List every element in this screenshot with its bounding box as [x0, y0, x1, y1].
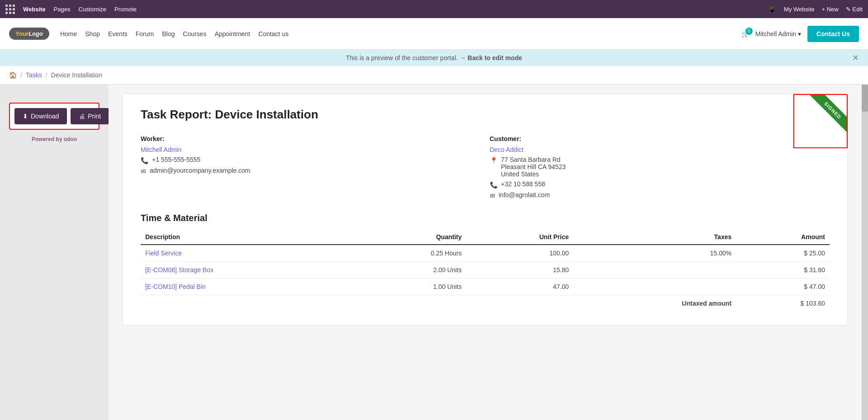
email-icon: ✉ — [141, 168, 146, 175]
left-sidebar: ⬇ Download 🖨 Print Powered by odoo — [0, 85, 109, 420]
nav-shop[interactable]: Shop — [85, 30, 100, 38]
admin-pages-link[interactable]: Pages — [54, 6, 71, 13]
worker-section: Worker: Mitchell Admin 📞 +1 555-555-5555… — [141, 135, 481, 199]
cart-badge: 0 — [745, 28, 753, 35]
worker-email: admin@yourcompany.example.com — [150, 167, 251, 174]
table-row: [E-COM08] Storage Box 2.00 Units 15.80 $… — [141, 262, 830, 278]
cell-quantity: 2.00 Units — [355, 262, 466, 278]
print-label: Print — [88, 113, 101, 120]
admin-name: Mitchell Admin — [755, 30, 796, 38]
breadcrumb-sep2: / — [46, 71, 47, 79]
nav-appointment[interactable]: Appointment — [214, 30, 250, 38]
close-icon[interactable]: ✕ — [852, 53, 859, 63]
customer-name[interactable]: Deco Addict — [490, 146, 524, 153]
right-scrollbar[interactable] — [862, 85, 868, 420]
nav-forum[interactable]: Forum — [136, 30, 154, 38]
download-icon: ⬇ — [23, 113, 28, 120]
breadcrumb-sep1: / — [20, 71, 22, 79]
worker-name[interactable]: Mitchell Admin — [141, 146, 181, 153]
my-website-label[interactable]: My Website — [784, 6, 815, 13]
nav-blog[interactable]: Blog — [162, 30, 175, 38]
header-taxes: Taxes — [574, 230, 736, 245]
customer-section: Customer: Deco Addict 📍 77 Santa Barbara… — [490, 135, 830, 199]
customer-address3: United States — [501, 170, 566, 178]
cell-taxes — [574, 278, 736, 295]
scroll-thumb[interactable] — [862, 85, 868, 112]
cell-description: [E-COM08] Storage Box — [141, 262, 355, 278]
cell-unit-price: 100.00 — [466, 245, 574, 262]
nav-links: Home Shop Events Forum Blog Courses Appo… — [60, 30, 730, 38]
cell-quantity: 0.25 Hours — [355, 245, 466, 262]
breadcrumb-home[interactable]: 🏠 — [9, 71, 17, 79]
untaxed-amount: $ 103.60 — [736, 295, 830, 312]
customer-phone-row: 📞 +32 10 588 558 — [490, 180, 830, 189]
cart-icon[interactable]: 🛒 0 — [741, 30, 749, 38]
report-table: Description Quantity Unit Price Taxes Am… — [141, 230, 830, 311]
device-icon[interactable]: 📱 — [768, 5, 777, 14]
worker-phone-row: 📞 +1 555-555-5555 — [141, 156, 481, 164]
download-label: Download — [31, 113, 59, 120]
admin-customize-link[interactable]: Customize — [78, 6, 106, 13]
cell-amount: $ 25.00 — [736, 245, 830, 262]
powered-by-text: Powered by — [32, 136, 62, 142]
header-unit-price: Unit Price — [466, 230, 574, 245]
cell-description: Field Service — [141, 245, 355, 262]
nav-events[interactable]: Events — [108, 30, 128, 38]
section-title: Time & Material — [141, 213, 830, 223]
admin-dropdown[interactable]: Mitchell Admin ▾ — [755, 30, 801, 38]
customer-address-row: 📍 77 Santa Barbara Rd Pleasant Hill CA 9… — [490, 156, 830, 178]
chevron-down-icon: ▾ — [798, 30, 801, 38]
customer-address1: 77 Santa Barbara Rd — [501, 156, 566, 163]
breadcrumb: 🏠 / Tasks / Device Installation — [9, 71, 859, 79]
header-quantity: Quantity — [355, 230, 466, 245]
cell-amount: $ 47.00 — [736, 278, 830, 295]
admin-website-label: Website — [23, 6, 46, 13]
info-grid: Worker: Mitchell Admin 📞 +1 555-555-5555… — [141, 135, 830, 199]
preview-banner: This is a preview of the customer portal… — [0, 50, 868, 66]
header-description: Description — [141, 230, 355, 245]
nav-courses[interactable]: Courses — [183, 30, 206, 38]
customer-email-row: ✉ info@agrolait.com — [490, 191, 830, 199]
new-button[interactable]: + New — [822, 6, 839, 13]
logo[interactable]: YourLogo — [9, 28, 49, 40]
cell-unit-price: 47.00 — [466, 278, 574, 295]
admin-promote-link[interactable]: Promote — [114, 6, 137, 13]
cell-description: [E-COM10] Pedal Bin — [141, 278, 355, 295]
edit-button[interactable]: ✎ Edit — [846, 6, 863, 13]
report-title: Task Report: Device Installation — [141, 108, 830, 122]
grid-menu-icon[interactable] — [5, 5, 15, 14]
report-area: SIGNED Task Report: Device Installation … — [109, 85, 862, 420]
cell-quantity: 1.00 Units — [355, 278, 466, 295]
customer-address: 77 Santa Barbara Rd Pleasant Hill CA 945… — [501, 156, 566, 178]
powered-by: Powered by odoo — [9, 136, 100, 142]
signed-label: SIGNED — [810, 94, 848, 133]
signed-ribbon: SIGNED — [793, 94, 848, 148]
table-row: [E-COM10] Pedal Bin 1.00 Units 47.00 $ 4… — [141, 278, 830, 295]
action-buttons: ⬇ Download 🖨 Print — [9, 103, 100, 130]
powered-by-brand: odoo — [64, 136, 77, 142]
download-button[interactable]: ⬇ Download — [14, 108, 67, 124]
back-to-edit-link[interactable]: → Back to edit mode — [460, 54, 522, 61]
preview-message: This is a preview of the customer portal… — [346, 54, 458, 61]
cell-taxes: 15.00% — [574, 245, 736, 262]
nav-right: 🛒 0 Mitchell Admin ▾ Contact Us — [741, 26, 859, 42]
customer-email: info@agrolait.com — [499, 191, 550, 198]
nav-contact-us[interactable]: Contact us — [258, 30, 289, 38]
customer-phone: +32 10 588 558 — [501, 180, 545, 188]
worker-phone: +1 555-555-5555 — [152, 156, 200, 163]
report-card: SIGNED Task Report: Device Installation … — [122, 94, 848, 326]
worker-email-row: ✉ admin@yourcompany.example.com — [141, 167, 481, 175]
contact-us-button[interactable]: Contact Us — [807, 26, 859, 42]
print-button[interactable]: 🖨 Print — [71, 108, 109, 124]
cell-amount: $ 31.60 — [736, 262, 830, 278]
worker-label: Worker: — [141, 135, 481, 142]
table-header-row: Description Quantity Unit Price Taxes Am… — [141, 230, 830, 245]
location-icon: 📍 — [490, 157, 498, 164]
nav-home[interactable]: Home — [60, 30, 77, 38]
customer-phone-icon: 📞 — [490, 181, 498, 189]
main-content: ⬇ Download 🖨 Print Powered by odoo SIGNE… — [0, 85, 868, 420]
cell-taxes — [574, 262, 736, 278]
breadcrumb-tasks[interactable]: Tasks — [26, 71, 42, 79]
nav-bar: YourLogo Home Shop Events Forum Blog Cou… — [0, 18, 868, 50]
table-row: Field Service 0.25 Hours 100.00 15.00% $… — [141, 245, 830, 262]
